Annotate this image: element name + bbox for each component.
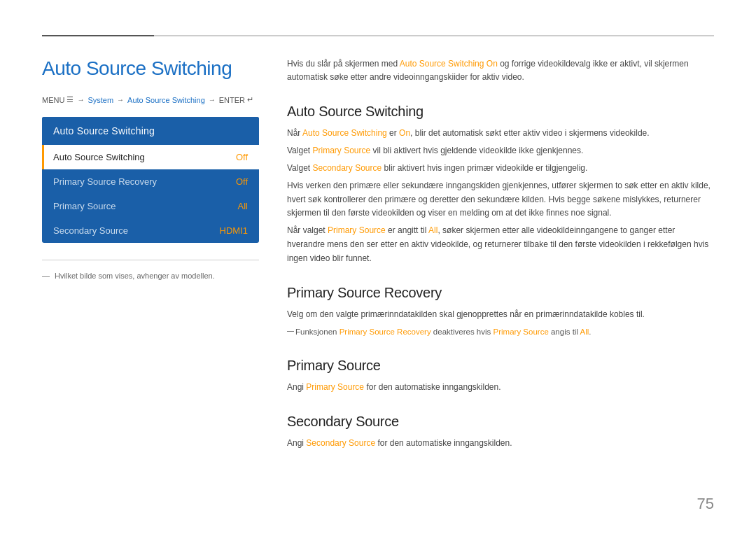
- breadcrumb-menu: MENU: [42, 96, 64, 104]
- note-text: ― Hvilket bilde som vises, avhenger av m…: [42, 272, 259, 280]
- section-para-2-0: Angi Primary Source for den automatiske …: [287, 381, 714, 395]
- section-title-2: Primary Source: [287, 358, 714, 374]
- section-title-1: Primary Source Recovery: [287, 285, 714, 301]
- menu-header: Auto Source Switching: [42, 117, 259, 145]
- enter-icon: ↵: [247, 95, 253, 104]
- section-secondary-source: Secondary Source Angi Secondary Source f…: [287, 414, 714, 454]
- menu-item-label-0: Auto Source Switching: [53, 152, 236, 162]
- section-para-0-3: Hvis verken den primære eller sekundære …: [287, 179, 714, 220]
- menu-item-label-1: Primary Source Recovery: [53, 176, 236, 187]
- section-title-3: Secondary Source: [287, 414, 714, 430]
- menu-box: Auto Source Switching Auto Source Switch…: [42, 117, 259, 243]
- menu-item-value-0: Off: [236, 152, 248, 162]
- section-para-0-2: Valget Secondary Source blir aktivert hv…: [287, 162, 714, 176]
- page-number: 75: [697, 495, 714, 513]
- menu-icon: ☰: [66, 95, 74, 104]
- section-body-0: Når Auto Source Switching er On, blir de…: [287, 127, 714, 265]
- section-para-3-0: Angi Secondary Source for den automatisk…: [287, 437, 714, 451]
- arrow-1: →: [77, 96, 84, 104]
- top-rule: [42, 35, 714, 36]
- arrow-2: →: [117, 96, 124, 104]
- section-primary-source: Primary Source Angi Primary Source for d…: [287, 358, 714, 398]
- menu-item-secondary-source[interactable]: Secondary Source HDMI1: [42, 218, 259, 243]
- breadcrumb-section: Auto Source Switching: [127, 96, 205, 104]
- note-content: Hvilket bilde som vises, avhenger av mod…: [55, 272, 215, 280]
- menu-item-primary-recovery[interactable]: Primary Source Recovery Off: [42, 169, 259, 194]
- section-body-3: Angi Secondary Source for den automatisk…: [287, 437, 714, 451]
- menu-item-label-3: Secondary Source: [53, 225, 220, 236]
- section-para-1-0: Velg om den valgte primærinndatakilden s…: [287, 308, 714, 322]
- section-primary-source-recovery: Primary Source Recovery Velg om den valg…: [287, 285, 714, 343]
- section-note-1: Funksjonen Primary Source Recovery deakt…: [287, 325, 714, 339]
- note-section: ― Hvilket bilde som vises, avhenger av m…: [42, 260, 259, 280]
- page-title: Auto Source Switching: [42, 57, 259, 80]
- page-container: Auto Source Switching MENU ☰ → System → …: [0, 0, 756, 534]
- arrow-3: →: [209, 96, 216, 104]
- left-column: Auto Source Switching MENU ☰ → System → …: [42, 57, 259, 506]
- right-column: Hvis du slår på skjermen med Auto Source…: [287, 57, 714, 506]
- breadcrumb-enter: ENTER: [219, 96, 245, 104]
- menu-item-value-2: All: [238, 201, 248, 211]
- menu-item-value-3: HDMI1: [220, 225, 248, 236]
- note-dash: ―: [42, 272, 50, 280]
- section-body-2: Angi Primary Source for den automatiske …: [287, 381, 714, 395]
- breadcrumb-system: System: [88, 96, 113, 104]
- breadcrumb: MENU ☰ → System → Auto Source Switching …: [42, 95, 259, 104]
- content-area: Auto Source Switching MENU ☰ → System → …: [42, 57, 714, 506]
- section-para-0-4: Når valget Primary Source er angitt til …: [287, 224, 714, 265]
- section-title-0: Auto Source Switching: [287, 104, 714, 120]
- menu-item-label-2: Primary Source: [53, 201, 238, 211]
- section-para-0-0: Når Auto Source Switching er On, blir de…: [287, 127, 714, 141]
- intro-text: Hvis du slår på skjermen med Auto Source…: [287, 57, 714, 84]
- section-para-0-1: Valget Primary Source vil bli aktivert h…: [287, 144, 714, 158]
- intro-highlight: Auto Source Switching On: [400, 59, 498, 69]
- section-auto-source-switching: Auto Source Switching Når Auto Source Sw…: [287, 104, 714, 269]
- menu-item-auto-source[interactable]: Auto Source Switching Off: [42, 145, 259, 169]
- section-body-1: Velg om den valgte primærinndatakilden s…: [287, 308, 714, 339]
- menu-item-value-1: Off: [236, 176, 248, 187]
- menu-item-primary-source[interactable]: Primary Source All: [42, 194, 259, 218]
